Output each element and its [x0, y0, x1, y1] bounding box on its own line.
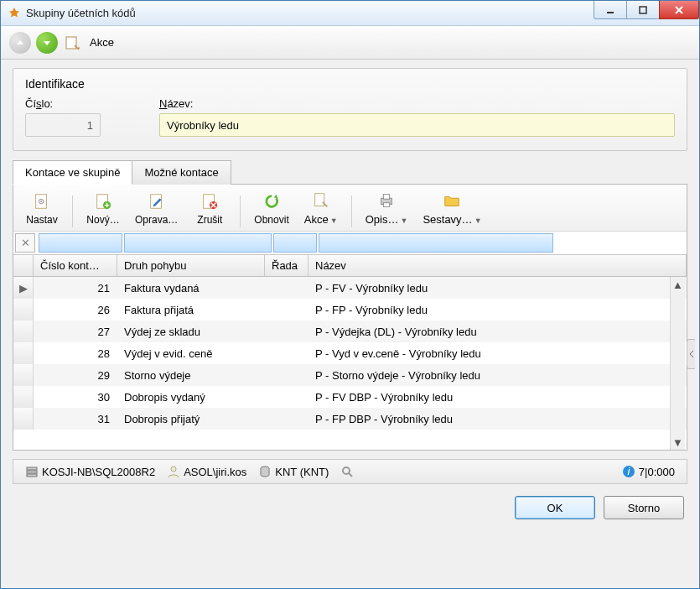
- info-icon: i: [622, 465, 635, 478]
- main-actionbar: Akce: [1, 26, 699, 60]
- database-icon: [258, 465, 272, 478]
- server-icon: [25, 465, 39, 478]
- tool-zrusit[interactable]: Zrušit: [186, 189, 233, 227]
- status-info: i 7|0:000: [622, 465, 675, 478]
- scroll-up-icon[interactable]: ▲: [672, 279, 684, 290]
- cell-cislo: 28: [34, 347, 117, 360]
- svg-line-23: [349, 473, 352, 477]
- tool-opis[interactable]: Opis…▼: [359, 188, 415, 227]
- tool-akce[interactable]: Akce▼: [298, 188, 345, 227]
- grid-toolbar: Nastav Nový… Oprava… Zrušit: [13, 185, 687, 232]
- cislo-field[interactable]: [25, 113, 101, 137]
- tab-panel: Nastav Nový… Oprava… Zrušit: [13, 184, 687, 451]
- grid-header: Číslo kont… Druh pohybu Řada Název: [13, 255, 687, 277]
- header-cislo[interactable]: Číslo kont…: [34, 255, 117, 276]
- filter-nazev[interactable]: [319, 233, 553, 253]
- print-icon: [376, 190, 397, 211]
- status-user: ASOL\jiri.kos: [167, 465, 246, 478]
- table-row[interactable]: 31Dobropis přijatýP - FP DBP - Výrobníky…: [13, 408, 687, 430]
- ok-button[interactable]: OK: [515, 496, 595, 519]
- tab-kontace-ve-skupine[interactable]: Kontace ve skupině: [13, 160, 132, 185]
- nav-down-button[interactable]: [36, 32, 58, 54]
- minimize-button[interactable]: [594, 1, 627, 19]
- table-row[interactable]: ▶21Faktura vydanáP - FV - Výrobníky ledu: [13, 277, 687, 299]
- chevron-down-icon: ▼: [400, 216, 407, 225]
- identification-title: Identifikace: [25, 77, 675, 91]
- close-button[interactable]: [659, 1, 699, 19]
- table-row[interactable]: 29Storno výdejeP - Storno výdeje - Výrob…: [13, 364, 687, 386]
- row-indicator: [13, 321, 34, 342]
- svg-rect-4: [66, 37, 76, 49]
- nazev-field[interactable]: [159, 113, 675, 137]
- filter-row: ✕: [13, 232, 687, 255]
- tool-nastav[interactable]: Nastav: [18, 189, 65, 227]
- table-row[interactable]: 28Výdej v evid. ceněP - Vyd v ev.ceně - …: [13, 342, 687, 364]
- clear-filter-button[interactable]: ✕: [15, 233, 35, 253]
- svg-rect-17: [27, 467, 37, 470]
- cell-druh: Dobropis vydaný: [117, 391, 265, 404]
- cell-cislo: 27: [34, 326, 117, 338]
- status-search[interactable]: [340, 465, 354, 478]
- svg-rect-18: [27, 471, 37, 473]
- chevron-down-icon: ▼: [474, 216, 482, 225]
- svg-point-7: [40, 201, 42, 202]
- statusbar: KOSJI-NB\SQL2008R2 ASOL\jiri.kos KNT (KN…: [13, 459, 687, 484]
- row-indicator: ▶: [13, 277, 34, 299]
- side-expand-handle[interactable]: [687, 339, 695, 369]
- filter-rada[interactable]: [273, 233, 317, 253]
- action-menu-icon[interactable]: [63, 34, 81, 52]
- cell-druh: Dobropis přijatý: [117, 413, 265, 425]
- window-title: Skupiny účetních kódů: [26, 7, 594, 19]
- cell-nazev: P - FP - Výrobníky ledu: [309, 304, 687, 316]
- nav-up-button[interactable]: [9, 32, 31, 54]
- header-druh[interactable]: Druh pohybu: [117, 255, 265, 276]
- chevron-down-icon: ▼: [330, 216, 338, 225]
- cell-cislo: 31: [34, 413, 117, 425]
- svg-rect-15: [383, 195, 389, 200]
- cell-druh: Storno výdeje: [117, 369, 265, 382]
- action-icon: [310, 190, 332, 211]
- cell-nazev: P - Storno výdeje - Výrobníky ledu: [309, 369, 687, 382]
- header-nazev[interactable]: Název: [309, 255, 687, 276]
- row-indicator: [13, 364, 34, 386]
- tool-oprava[interactable]: Oprava…: [128, 189, 184, 227]
- cell-druh: Faktura přijatá: [117, 304, 265, 316]
- filter-druh[interactable]: [124, 233, 272, 253]
- action-menu-label[interactable]: Akce: [90, 36, 114, 49]
- gear-icon: [31, 190, 53, 212]
- delete-icon: [199, 190, 220, 212]
- tool-novy[interactable]: Nový…: [80, 189, 127, 227]
- cell-nazev: P - FV DBP - Výrobníky ledu: [309, 391, 687, 404]
- filter-cislo[interactable]: [39, 233, 122, 253]
- cell-druh: Faktura vydaná: [117, 282, 265, 294]
- row-indicator: [13, 408, 34, 430]
- tab-mozne-kontace[interactable]: Možné kontace: [132, 160, 231, 185]
- maximize-button[interactable]: [626, 1, 660, 19]
- tabstrip: Kontace ve skupině Možné kontace: [13, 159, 687, 184]
- svg-point-20: [171, 467, 176, 472]
- tool-obnovit[interactable]: Obnovit: [247, 189, 295, 227]
- user-icon: [167, 465, 180, 478]
- app-window: Skupiny účetních kódů Akce Identifikace …: [0, 0, 700, 589]
- table-row[interactable]: 27Výdej ze skladuP - Výdejka (DL) - Výro…: [13, 321, 687, 342]
- header-rada[interactable]: Řada: [265, 255, 309, 276]
- cell-cislo: 21: [34, 282, 117, 294]
- grid-body: ▶21Faktura vydanáP - FV - Výrobníky ledu…: [13, 277, 687, 450]
- svg-rect-13: [314, 194, 324, 206]
- data-grid: Číslo kont… Druh pohybu Řada Název ▶21Fa…: [13, 255, 687, 450]
- storno-button[interactable]: Storno: [604, 496, 684, 519]
- svg-rect-1: [640, 7, 646, 13]
- table-row[interactable]: 26Faktura přijatáP - FP - Výrobníky ledu: [13, 299, 687, 321]
- row-indicator: [13, 299, 34, 321]
- vertical-scrollbar[interactable]: ▲ ▼: [670, 277, 685, 450]
- identification-panel: Identifikace Číslo: Název:: [13, 68, 687, 151]
- cell-druh: Výdej v evid. ceně: [117, 347, 265, 360]
- table-row[interactable]: 30Dobropis vydanýP - FV DBP - Výrobníky …: [13, 386, 687, 408]
- scroll-down-icon[interactable]: ▼: [672, 436, 684, 448]
- tool-sestavy[interactable]: Sestavy…▼: [416, 188, 488, 227]
- app-icon: [8, 7, 21, 20]
- cell-nazev: P - FP DBP - Výrobníky ledu: [309, 413, 687, 425]
- search-icon: [340, 465, 354, 478]
- cell-nazev: P - Výdejka (DL) - Výrobníky ledu: [309, 326, 687, 338]
- tabs-container: Kontace ve skupině Možné kontace Nastav …: [13, 159, 687, 451]
